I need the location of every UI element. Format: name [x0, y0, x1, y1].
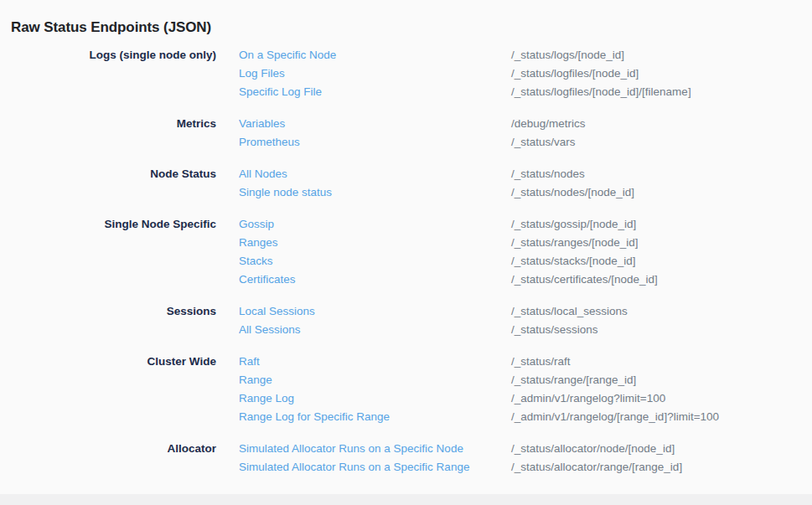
endpoint-link[interactable]: Gossip [239, 215, 511, 234]
endpoints-table: Logs (single node only) On a Specific No… [0, 46, 812, 490]
endpoint-row: Simulated Allocator Runs on a Specific R… [216, 458, 812, 477]
endpoint-path: /_status/logfiles/[node_id] [511, 64, 639, 83]
category-label: Logs (single node only) [0, 46, 216, 64]
endpoint-link[interactable]: Specific Log File [239, 83, 511, 101]
endpoint-path: /_status/certificates/[node_id] [511, 271, 658, 289]
category-label: Sessions [0, 302, 216, 321]
endpoint-row: Ranges /_status/ranges/[node_id] [216, 234, 812, 252]
endpoint-row: Range Log /_admin/v1/rangelog?limit=100 [216, 389, 812, 408]
category-label: Single Node Specific [0, 215, 216, 234]
endpoint-path: /_status/local_sessions [511, 302, 628, 321]
endpoint-group: Node Status All Nodes /_status/nodes Sin… [0, 165, 812, 202]
endpoint-rows: All Nodes /_status/nodes Single node sta… [216, 165, 812, 202]
endpoint-group: Metrics Variables /debug/metrics Prometh… [0, 115, 812, 152]
endpoint-row: All Nodes /_status/nodes [216, 165, 812, 183]
endpoint-rows: Simulated Allocator Runs on a Specific N… [216, 440, 812, 477]
endpoint-row: Stacks /_status/stacks/[node_id] [216, 252, 812, 271]
category-label: Cluster Wide [0, 353, 216, 371]
endpoint-row: Specific Log File /_status/logfiles/[nod… [216, 83, 812, 101]
endpoint-rows: Local Sessions /_status/local_sessions A… [216, 302, 812, 339]
endpoint-path: /_status/stacks/[node_id] [511, 252, 636, 271]
endpoint-path: /_status/allocator/range/[range_id] [511, 458, 682, 477]
endpoint-group: Logs (single node only) On a Specific No… [0, 46, 812, 101]
endpoint-path: /_status/logs/[node_id] [511, 46, 624, 64]
endpoint-row: Gossip /_status/gossip/[node_id] [216, 215, 812, 234]
endpoint-rows: Gossip /_status/gossip/[node_id] Ranges … [216, 215, 812, 289]
endpoint-path: /_status/range/[range_id] [511, 371, 636, 389]
endpoint-row: Range Log for Specific Range /_admin/v1/… [216, 408, 812, 426]
endpoint-group: Cluster Wide Raft /_status/raft Range /_… [0, 353, 812, 426]
endpoint-path: /_status/logfiles/[node_id]/[filename] [511, 83, 691, 101]
endpoint-rows: On a Specific Node /_status/logs/[node_i… [216, 46, 812, 101]
endpoint-rows: Variables /debug/metrics Prometheus /_st… [216, 115, 812, 152]
endpoint-row: On a Specific Node /_status/logs/[node_i… [216, 46, 812, 64]
endpoint-path: /_status/nodes [511, 165, 585, 183]
endpoint-row: Local Sessions /_status/local_sessions [216, 302, 812, 321]
endpoint-row: Variables /debug/metrics [216, 115, 812, 133]
endpoint-link[interactable]: On a Specific Node [239, 46, 511, 64]
endpoint-link[interactable]: Simulated Allocator Runs on a Specific R… [239, 458, 511, 477]
endpoint-path: /_status/ranges/[node_id] [511, 234, 639, 252]
endpoint-row: Certificates /_status/certificates/[node… [216, 271, 812, 289]
endpoint-link[interactable]: Certificates [239, 271, 511, 289]
endpoint-link[interactable]: Ranges [239, 234, 511, 252]
endpoint-group: Allocator Simulated Allocator Runs on a … [0, 440, 812, 477]
endpoint-path: /_status/nodes/[node_id] [511, 183, 634, 202]
endpoint-link[interactable]: Stacks [239, 252, 511, 271]
endpoint-link[interactable]: Range Log for Specific Range [239, 408, 511, 426]
endpoint-link[interactable]: Single node status [239, 183, 511, 202]
endpoint-path: /_status/allocator/node/[node_id] [511, 440, 675, 458]
endpoint-link[interactable]: All Nodes [239, 165, 511, 183]
endpoint-path: /_status/sessions [511, 321, 598, 339]
endpoint-row: Simulated Allocator Runs on a Specific N… [216, 440, 812, 458]
footer-band [0, 494, 812, 505]
endpoint-group: Single Node Specific Gossip /_status/gos… [0, 215, 812, 289]
endpoint-link[interactable]: Simulated Allocator Runs on a Specific N… [239, 440, 511, 458]
endpoint-path: /_admin/v1/rangelog/[range_id]?limit=100 [511, 408, 719, 426]
endpoint-link[interactable]: Range Log [239, 389, 511, 408]
endpoint-link[interactable]: Range [239, 371, 511, 389]
endpoint-row: Single node status /_status/nodes/[node_… [216, 183, 812, 202]
endpoint-group: Sessions Local Sessions /_status/local_s… [0, 302, 812, 339]
endpoint-path: /_status/vars [511, 133, 576, 152]
endpoint-link[interactable]: Variables [239, 115, 511, 133]
endpoint-path: /debug/metrics [511, 115, 586, 133]
endpoint-rows: Raft /_status/raft Range /_status/range/… [216, 353, 812, 426]
endpoint-link[interactable]: Log Files [239, 64, 511, 83]
endpoint-link[interactable]: Local Sessions [239, 302, 511, 321]
endpoint-path: /_admin/v1/rangelog?limit=100 [511, 389, 665, 408]
endpoint-row: Range /_status/range/[range_id] [216, 371, 812, 389]
category-label: Allocator [0, 440, 216, 458]
endpoint-link[interactable]: Prometheus [239, 133, 511, 152]
endpoint-path: /_status/gossip/[node_id] [511, 215, 636, 234]
endpoint-path: /_status/raft [511, 353, 571, 371]
endpoint-row: Log Files /_status/logfiles/[node_id] [216, 64, 812, 83]
category-label: Node Status [0, 165, 216, 183]
page-title: Raw Status Endpoints (JSON) [11, 19, 211, 36]
endpoint-link[interactable]: Raft [239, 353, 511, 371]
endpoint-link[interactable]: All Sessions [239, 321, 511, 339]
endpoint-row: Raft /_status/raft [216, 353, 812, 371]
endpoint-row: Prometheus /_status/vars [216, 133, 812, 152]
category-label: Metrics [0, 115, 216, 133]
endpoint-row: All Sessions /_status/sessions [216, 321, 812, 339]
